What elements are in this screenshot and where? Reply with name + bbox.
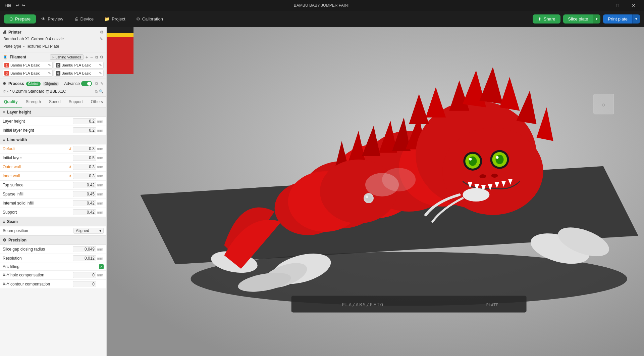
line-width-group-icon: ≡ (3, 137, 5, 142)
initial-layer-width-input[interactable] (73, 155, 96, 161)
tab-quality[interactable]: Quality (0, 97, 22, 107)
inner-wall-reset-icon[interactable]: ↺ (68, 174, 71, 178)
outer-wall-unit: mm (97, 165, 104, 169)
filament-add-icon[interactable]: + (86, 54, 88, 60)
tab-strength[interactable]: Strength (22, 97, 45, 107)
maximize-button[interactable]: □ (610, 0, 625, 11)
filament-item-3[interactable]: 3 Bambu PLA Basic ✎ (3, 70, 53, 77)
top-surface-input[interactable] (73, 182, 96, 188)
preview-icon: 👁 (41, 16, 46, 21)
slice-plate-arrow[interactable]: ▾ (593, 14, 600, 24)
arc-fitting-row: Arc fitting ✓ (0, 263, 106, 271)
top-surface-label: Top surface (3, 183, 73, 187)
slice-plate-button[interactable]: Slice plate (563, 14, 593, 24)
filament-settings-icon[interactable]: ⚙ (100, 55, 104, 59)
filament-edit-4[interactable]: ✎ (99, 71, 102, 76)
initial-layer-width-row: Initial layer mm (0, 153, 106, 163)
tab-others[interactable]: Others (87, 97, 107, 107)
main: 🖨 Printer ⚙ Bambu Lab X1 Carbon 0.4 nozz… (0, 27, 644, 356)
filament-copy-icon[interactable]: ⧉ (95, 55, 98, 59)
filament-item-1[interactable]: 1 Bambu PLA Basic ✎ (3, 62, 53, 69)
viewport[interactable]: ⬡ ⊞ ◫ ▭ ✥ ↻ ⤢ ⊜ ⊟ ✂ ◎ ⌬ ⌭ 🖌 (107, 27, 644, 356)
support-input[interactable] (73, 209, 96, 215)
navbar: ⬡ Prepare 👁 Preview 🖨 Device 📁 Project ⚙… (0, 11, 644, 27)
nav-project[interactable]: 📁 Project (99, 14, 130, 24)
xy-contour-input[interactable] (73, 281, 96, 287)
layer-height-input[interactable] (73, 118, 96, 124)
nav-device[interactable]: 🖨 Device (69, 14, 99, 24)
filament-num-2: 2 (56, 63, 60, 68)
flushing-volumes-button[interactable]: Flushing volumes (50, 54, 84, 60)
tab-support[interactable]: Support (65, 97, 87, 107)
filament-item-2[interactable]: 2 Bambu PLA Basic ✎ (54, 62, 104, 69)
print-plate-button[interactable]: Print plate (603, 14, 632, 24)
tag-global[interactable]: Global (26, 82, 41, 86)
filament-edit-3[interactable]: ✎ (48, 71, 51, 76)
support-unit: mm (97, 210, 104, 214)
svg-point-48 (479, 174, 486, 178)
resolution-input[interactable] (73, 255, 96, 261)
undo-icon[interactable]: ↩ (16, 3, 19, 8)
settings-panel: ≡ Layer height Layer height mm Initial l… (0, 107, 106, 356)
printer-settings-icon[interactable]: ⚙ (100, 30, 104, 35)
filament-remove-icon[interactable]: − (90, 54, 93, 60)
minimize-button[interactable]: – (594, 0, 609, 11)
plate-badge[interactable]: ▪ Textured PEI Plate (23, 44, 59, 49)
precision-group-label: Precision (8, 238, 26, 242)
viewport-content: PLA/ABS/PETG PLATE ⬡ (107, 27, 644, 356)
default-reset-icon[interactable]: ↺ (68, 147, 71, 151)
slice-gap-input[interactable] (73, 246, 96, 252)
tag-objects[interactable]: Objects (43, 82, 59, 86)
undo-profile-icon[interactable]: ↺ (3, 89, 6, 94)
outer-wall-row: Outer wall ↺ mm (0, 163, 106, 172)
profile-search-icon[interactable]: 🔍 (99, 89, 104, 94)
filament-item-4[interactable]: 4 Bambu PLA Basic ✎ (54, 70, 104, 77)
nav-prepare[interactable]: ⬡ Prepare (4, 14, 36, 24)
seam-group-header[interactable]: ≡ Seam (0, 217, 106, 226)
line-width-group-header[interactable]: ≡ Line width (0, 135, 106, 144)
tab-speed[interactable]: Speed (45, 97, 65, 107)
seam-position-dropdown[interactable]: Aligned ▾ (73, 228, 104, 234)
inner-wall-input[interactable] (73, 173, 96, 179)
outer-wall-reset-icon[interactable]: ↺ (68, 165, 71, 169)
nav-calibration[interactable]: ⚙ Calibration (131, 14, 168, 24)
slice-gap-row: Slice gap closing radius mm (0, 245, 106, 254)
xy-hole-unit: mm (97, 273, 104, 277)
outer-wall-input[interactable] (73, 164, 96, 170)
printer-edit-icon[interactable]: ✎ (100, 37, 103, 41)
filament-edit-1[interactable]: ✎ (48, 63, 51, 68)
top-surface-unit: mm (97, 183, 104, 187)
filament-num-3: 3 (4, 71, 9, 76)
seam-position-row: Seam position Aligned ▾ (0, 226, 106, 235)
process-copy-icon[interactable]: ⧉ (95, 81, 98, 86)
advance-toggle-switch[interactable] (81, 81, 92, 86)
seam-position-label: Seam position (3, 228, 73, 233)
precision-group-icon: ⚙ (3, 238, 6, 242)
print-plate-group: Print plate ▾ (603, 14, 640, 24)
profile-copy-icon[interactable]: ⧉ (95, 89, 98, 94)
xy-hole-label: X-Y hole compensation (3, 273, 73, 277)
support-label: Support (3, 210, 73, 215)
nav-preview[interactable]: 👁 Preview (36, 14, 68, 24)
internal-solid-infill-input[interactable] (73, 200, 96, 206)
precision-group-header[interactable]: ⚙ Precision (0, 235, 106, 245)
arc-fitting-checkbox[interactable]: ✓ (99, 264, 104, 269)
default-width-input[interactable] (73, 146, 96, 152)
sparse-infill-input[interactable] (73, 191, 96, 197)
process-edit-icon[interactable]: ✎ (100, 81, 104, 86)
plate-icon: ▪ (23, 45, 24, 48)
close-button[interactable]: ✕ (626, 0, 641, 11)
plate-type-row: Plate type ▪ Textured PEI Plate (3, 43, 104, 50)
file-menu[interactable]: File (3, 2, 13, 8)
default-label: Default (3, 146, 68, 151)
share-button[interactable]: ⬆ Share (533, 14, 561, 24)
print-plate-arrow[interactable]: ▾ (632, 14, 640, 24)
filament-edit-2[interactable]: ✎ (99, 63, 102, 68)
device-icon: 🖨 (74, 16, 78, 21)
layer-height-group-header[interactable]: ≡ Layer height (0, 107, 106, 117)
redo-icon[interactable]: ↪ (22, 3, 25, 8)
filament-section: 🧵 Filament Flushing volumes + − ⧉ ⚙ 1 Ba… (0, 52, 106, 79)
initial-layer-height-input[interactable] (73, 127, 96, 133)
arc-fitting-label: Arc fitting (3, 264, 99, 269)
xy-hole-input[interactable] (73, 272, 96, 278)
